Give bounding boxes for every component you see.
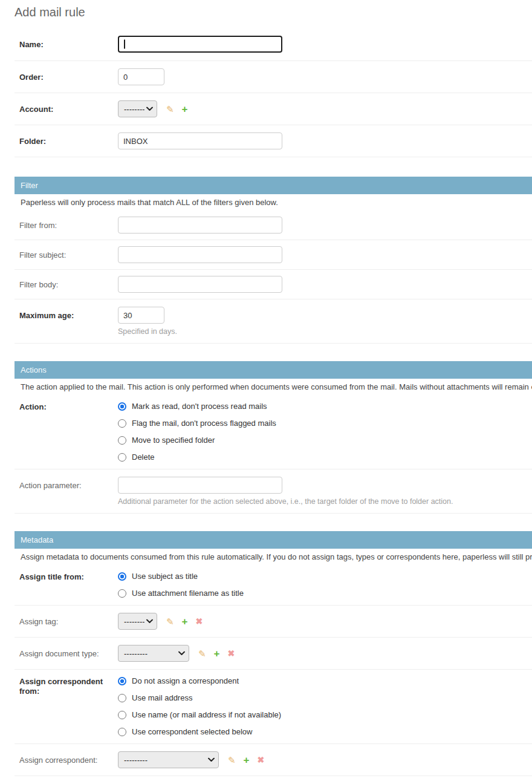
- action-parameter-help: Additional parameter for the action sele…: [118, 497, 453, 506]
- radio-label: Do not assign a correspondent: [132, 677, 239, 685]
- radio-label: Use mail address: [132, 694, 192, 702]
- assign-document-type-select[interactable]: ---------: [118, 645, 189, 662]
- action-row: Action: Mark as read, don't process read…: [15, 395, 532, 469]
- filter-section: Filter Paperless will only process mails…: [15, 177, 532, 344]
- radio-unchecked-icon[interactable]: [118, 711, 126, 719]
- filter-subject-row: Filter subject:: [15, 240, 532, 270]
- text-cursor: [124, 40, 125, 49]
- maximum-age-input[interactable]: [118, 307, 164, 324]
- actions-description: The action applied to the mail. This act…: [15, 379, 532, 395]
- radio-checked-icon[interactable]: [118, 677, 126, 685]
- assign-correspondent-from-option-2[interactable]: Use name (or mail address if not availab…: [118, 711, 281, 719]
- name-input[interactable]: [118, 36, 282, 53]
- section-header-filter: Filter: [15, 177, 532, 194]
- filter-subject-input[interactable]: [118, 246, 282, 263]
- assign-title-option-1[interactable]: Use attachment filename as title: [118, 589, 244, 598]
- folder-input[interactable]: [118, 132, 282, 149]
- filter-body-row: Filter body:: [15, 270, 532, 299]
- action-radio-group: Mark as read, don't process read mails F…: [118, 402, 276, 462]
- metadata-description: Assign metadata to documents consumed fr…: [15, 549, 532, 565]
- radio-unchecked-icon[interactable]: [118, 436, 126, 445]
- folder-row: Folder:: [15, 125, 532, 157]
- name-label: Name:: [19, 36, 118, 50]
- assign-title-from-label: Assign title from:: [19, 572, 118, 582]
- radio-label: Move to specified folder: [132, 436, 215, 445]
- assign-tag-label: Assign tag:: [19, 613, 118, 627]
- filter-body-label: Filter body:: [19, 276, 118, 290]
- radio-unchecked-icon[interactable]: [118, 453, 126, 462]
- assign-correspondent-from-label: Assign correspondent from:: [19, 677, 118, 696]
- name-row: Name:: [15, 28, 532, 61]
- action-parameter-input[interactable]: [118, 477, 282, 494]
- radio-label: Flag the mail, don't process flagged mai…: [132, 419, 276, 428]
- radio-checked-icon[interactable]: [118, 402, 126, 411]
- add-correspondent-icon[interactable]: +: [244, 755, 250, 765]
- action-label: Action:: [19, 402, 118, 412]
- edit-correspondent-icon[interactable]: ✎: [228, 756, 236, 765]
- account-label: Account:: [19, 100, 118, 114]
- filter-from-label: Filter from:: [19, 217, 118, 230]
- radio-label: Delete: [132, 453, 155, 462]
- assign-correspondent-label: Assign correspondent:: [19, 751, 118, 765]
- account-select[interactable]: ---------: [118, 100, 157, 117]
- section-header-actions: Actions: [15, 361, 532, 379]
- assign-title-option-0[interactable]: Use subject as title: [118, 572, 244, 581]
- action-option-1[interactable]: Flag the mail, don't process flagged mai…: [118, 419, 276, 428]
- metadata-section: Metadata Assign metadata to documents co…: [15, 531, 532, 776]
- assign-correspondent-from-row: Assign correspondent from: Do not assign…: [15, 670, 532, 744]
- delete-tag-icon[interactable]: ✖: [196, 617, 203, 626]
- assign-title-from-row: Assign title from: Use subject as title …: [15, 565, 532, 606]
- radio-unchecked-icon[interactable]: [118, 589, 126, 598]
- assign-correspondent-select[interactable]: ---------: [118, 751, 219, 768]
- assign-document-type-label: Assign document type:: [19, 645, 118, 659]
- assign-title-from-radio-group: Use subject as title Use attachment file…: [118, 572, 244, 598]
- radio-label: Use subject as title: [132, 572, 198, 581]
- actions-section: Actions The action applied to the mail. …: [15, 361, 532, 514]
- radio-label: Use correspondent selected below: [132, 728, 252, 736]
- filter-from-input[interactable]: [118, 217, 282, 234]
- order-row: Order:: [15, 61, 532, 93]
- assign-correspondent-from-option-3[interactable]: Use correspondent selected below: [118, 728, 281, 736]
- filter-body-input[interactable]: [118, 276, 282, 293]
- radio-unchecked-icon[interactable]: [118, 419, 126, 428]
- assign-correspondent-from-radio-group: Do not assign a correspondent Use mail a…: [118, 677, 281, 736]
- add-account-icon[interactable]: +: [182, 104, 188, 114]
- action-parameter-label: Action parameter:: [19, 477, 118, 491]
- add-tag-icon[interactable]: +: [182, 616, 188, 627]
- order-label: Order:: [19, 68, 118, 82]
- filter-description: Paperless will only process mails that m…: [15, 194, 532, 211]
- edit-tag-icon[interactable]: ✎: [166, 617, 174, 626]
- action-option-3[interactable]: Delete: [118, 453, 276, 462]
- action-option-0[interactable]: Mark as read, don't process read mails: [118, 402, 276, 411]
- edit-document-type-icon[interactable]: ✎: [198, 649, 206, 658]
- account-row: Account: --------- ✎ +: [15, 93, 532, 125]
- folder-label: Folder:: [19, 132, 118, 146]
- filter-subject-label: Filter subject:: [19, 246, 118, 260]
- assign-correspondent-from-option-0[interactable]: Do not assign a correspondent: [118, 677, 281, 685]
- action-option-2[interactable]: Move to specified folder: [118, 436, 276, 445]
- assign-document-type-row: Assign document type: --------- ✎ + ✖: [15, 638, 532, 670]
- filter-from-row: Filter from:: [15, 211, 532, 240]
- assign-tag-row: Assign tag: --------- ✎ + ✖: [15, 606, 532, 638]
- assign-tag-select[interactable]: ---------: [118, 613, 157, 630]
- edit-account-icon[interactable]: ✎: [166, 105, 174, 114]
- page-title: Add mail rule: [15, 5, 532, 19]
- radio-label: Mark as read, don't process read mails: [132, 402, 267, 411]
- order-input[interactable]: [118, 68, 164, 85]
- delete-document-type-icon[interactable]: ✖: [228, 649, 235, 658]
- assign-correspondent-row: Assign correspondent: --------- ✎ + ✖: [15, 744, 532, 776]
- radio-label: Use attachment filename as title: [132, 589, 244, 598]
- radio-label: Use name (or mail address if not availab…: [132, 711, 281, 719]
- section-header-metadata: Metadata: [15, 531, 532, 549]
- add-mail-rule-form: Add mail rule Name: Order: Account: ----…: [15, 5, 532, 776]
- add-document-type-icon[interactable]: +: [214, 648, 220, 659]
- maximum-age-row: Maximum age: Specified in days.: [15, 299, 532, 344]
- maximum-age-label: Maximum age:: [19, 307, 118, 321]
- assign-correspondent-from-option-1[interactable]: Use mail address: [118, 694, 281, 702]
- delete-correspondent-icon[interactable]: ✖: [258, 756, 265, 764]
- radio-unchecked-icon[interactable]: [118, 728, 126, 736]
- radio-unchecked-icon[interactable]: [118, 694, 126, 702]
- action-parameter-row: Action parameter: Additional parameter f…: [15, 469, 532, 514]
- radio-checked-icon[interactable]: [118, 572, 126, 581]
- maximum-age-help: Specified in days.: [118, 327, 177, 336]
